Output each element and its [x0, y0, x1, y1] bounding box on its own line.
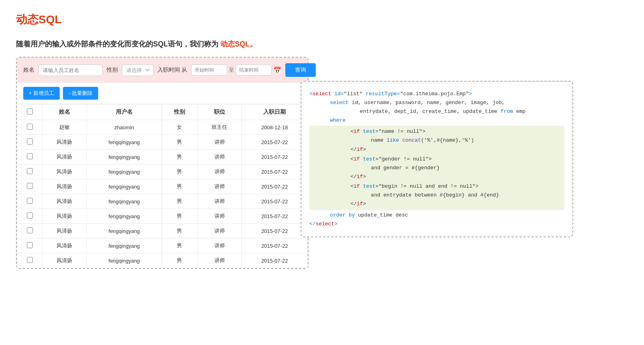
col-checkbox — [17, 104, 42, 120]
row-username: fengqingyang — [87, 239, 162, 253]
row-username: fengqingyang — [87, 179, 162, 194]
row-gender: 男 — [162, 150, 198, 164]
row-date: 2015-07-22 — [242, 150, 308, 164]
sql-line-order: order by update_time desc — [309, 211, 564, 220]
row-date: 2015-07-22 — [242, 194, 308, 209]
col-username: 用户名 — [87, 104, 162, 120]
sql-if-2-open: <if test="gender != null"> — [309, 155, 564, 164]
row-name: 风清扬 — [42, 239, 87, 253]
table-row: 风清扬 fengqingyang 男 讲师 2015-07-22 — [17, 194, 308, 209]
row-username: fengqingyang — [87, 224, 162, 239]
row-checkbox — [17, 239, 42, 253]
page-title: 动态SQL — [16, 12, 628, 27]
row-name: 风清扬 — [42, 135, 87, 150]
row-date: 2015-07-22 — [242, 135, 308, 150]
sql-code-panel: <select id="list" resultType="com.itheim… — [301, 81, 573, 237]
row-select-checkbox[interactable] — [27, 198, 33, 204]
gender-select[interactable]: 请选择 男 女 — [122, 64, 153, 76]
name-label: 姓名 — [23, 66, 34, 74]
row-select-checkbox[interactable] — [27, 227, 33, 233]
row-position: 讲师 — [197, 150, 241, 164]
table-row: 风清扬 fengqingyang 男 讲师 2015-07-22 — [17, 150, 308, 164]
sql-line-3: entrydate, dept_id, create_time, update_… — [309, 107, 564, 116]
row-username: fengqingyang — [87, 253, 162, 268]
row-gender: 男 — [162, 194, 198, 209]
select-all-checkbox[interactable] — [27, 108, 33, 114]
row-position: 讲师 — [197, 164, 241, 179]
row-name: 风清扬 — [42, 194, 87, 209]
col-position: 职位 — [197, 104, 241, 120]
query-button[interactable]: 查询 — [285, 63, 316, 77]
table-row: 风清扬 fengqingyang 男 讲师 2015-07-22 — [17, 135, 308, 150]
row-position: 讲师 — [197, 253, 241, 268]
row-position: 班主任 — [197, 120, 241, 135]
row-select-checkbox[interactable] — [27, 257, 33, 263]
row-select-checkbox[interactable] — [27, 168, 33, 174]
row-select-checkbox[interactable] — [27, 183, 33, 189]
row-checkbox — [17, 120, 42, 135]
table-header-row: 姓名 用户名 性别 职位 入职日期 — [17, 104, 308, 120]
row-gender: 男 — [162, 135, 198, 150]
sql-line-4: where — [309, 116, 564, 125]
sql-line-1: <select id="list" resultType="com.itheim… — [309, 90, 564, 98]
left-panel: 姓名 性别 请选择 男 女 入职时间 从 至 📅 查询 + 新增员工 - 批量删… — [16, 57, 309, 269]
row-select-checkbox[interactable] — [27, 153, 33, 159]
subtitle-prefix: 随着用户的输入或外部条件的变化而变化的SQL语句，我们称为 — [16, 40, 220, 48]
table-row: 风清扬 fengqingyang 男 讲师 2015-07-22 — [17, 179, 308, 194]
sql-if-2-body: and gender = #{gender} — [309, 164, 564, 172]
row-checkbox — [17, 209, 42, 224]
row-position: 讲师 — [197, 135, 241, 150]
sql-if-block-1: <if test="name != null"> name like conca… — [309, 126, 564, 210]
row-gender: 女 — [162, 120, 198, 135]
row-username: zhaomin — [87, 120, 162, 135]
row-date: 2015-07-22 — [242, 224, 308, 239]
row-checkbox — [17, 253, 42, 268]
subtitle: 随着用户的输入或外部条件的变化而变化的SQL语句，我们称为 动态SQL。 — [16, 39, 628, 49]
row-gender: 男 — [162, 209, 198, 224]
row-select-checkbox[interactable] — [27, 138, 33, 144]
row-select-checkbox[interactable] — [27, 213, 33, 219]
row-position: 讲师 — [197, 194, 241, 209]
row-select-checkbox[interactable] — [27, 124, 33, 130]
table-row: 风清扬 fengqingyang 男 讲师 2015-07-22 — [17, 209, 308, 224]
row-date: 2015-07-22 — [242, 164, 308, 179]
row-gender: 男 — [162, 253, 198, 268]
search-bar: 姓名 性别 请选择 男 女 入职时间 从 至 📅 查询 — [17, 58, 308, 83]
row-name: 风清扬 — [42, 179, 87, 194]
row-checkbox — [17, 135, 42, 150]
sql-if-1-body: name like concat('%',#{name},'%') — [309, 136, 564, 145]
row-date: 2015-07-22 — [242, 253, 308, 268]
row-checkbox — [17, 194, 42, 209]
subtitle-highlight: 动态SQL。 — [220, 40, 257, 48]
row-gender: 男 — [162, 239, 198, 253]
sql-line-end: </select> — [309, 220, 564, 229]
date-start-input[interactable] — [191, 64, 227, 76]
table-row: 风清扬 fengqingyang 男 讲师 2015-07-22 — [17, 164, 308, 179]
row-username: fengqingyang — [87, 209, 162, 224]
gender-label: 性别 — [107, 66, 118, 74]
batch-delete-button[interactable]: - 批量删除 — [63, 87, 98, 100]
row-name: 风清扬 — [42, 209, 87, 224]
row-username: fengqingyang — [87, 135, 162, 150]
col-gender: 性别 — [162, 104, 198, 120]
name-input[interactable] — [38, 64, 103, 76]
row-gender: 男 — [162, 179, 198, 194]
row-checkbox — [17, 179, 42, 194]
add-employee-button[interactable]: + 新增员工 — [23, 87, 60, 100]
row-date: 2015-07-22 — [242, 209, 308, 224]
row-checkbox — [17, 150, 42, 164]
sql-if-1-open: <if test="name != null"> — [309, 127, 564, 136]
row-select-checkbox[interactable] — [27, 242, 33, 248]
action-bar: + 新增员工 - 批量删除 — [17, 83, 308, 104]
table-row: 赵敏 zhaomin 女 班主任 2008-12-18 — [17, 120, 308, 135]
row-name: 风清扬 — [42, 150, 87, 164]
date-separator: 至 — [229, 66, 234, 74]
date-label: 入职时间 从 — [157, 66, 187, 74]
row-name: 风清扬 — [42, 224, 87, 239]
col-name: 姓名 — [42, 104, 87, 120]
row-checkbox — [17, 164, 42, 179]
date-end-input[interactable] — [236, 64, 272, 76]
row-position: 讲师 — [197, 209, 241, 224]
sql-if-3-close: </if> — [309, 200, 564, 209]
calendar-icon: 📅 — [273, 66, 281, 74]
